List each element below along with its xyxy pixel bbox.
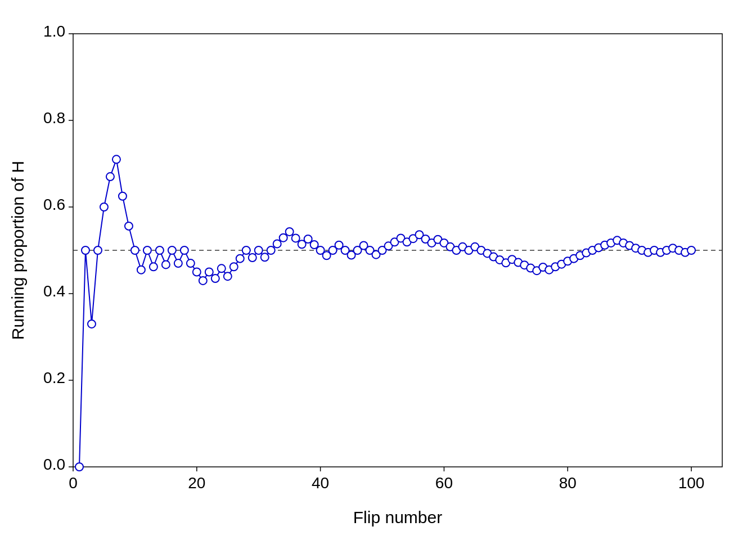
svg-point-38 <box>143 246 151 254</box>
svg-text:20: 20 <box>188 474 205 492</box>
svg-point-30 <box>94 246 102 254</box>
svg-point-51 <box>224 272 232 280</box>
svg-text:60: 60 <box>435 474 453 492</box>
svg-point-61 <box>286 228 294 236</box>
svg-point-43 <box>174 259 182 267</box>
svg-point-39 <box>150 263 158 271</box>
svg-text:0.2: 0.2 <box>43 369 65 386</box>
svg-point-33 <box>112 155 120 163</box>
svg-point-45 <box>187 259 195 267</box>
svg-point-57 <box>261 253 269 261</box>
svg-point-55 <box>249 254 256 262</box>
svg-text:80: 80 <box>559 474 577 492</box>
svg-point-50 <box>218 264 226 272</box>
svg-point-31 <box>100 203 108 211</box>
svg-point-58 <box>267 246 275 254</box>
svg-point-56 <box>255 246 263 254</box>
svg-point-48 <box>205 268 213 276</box>
svg-point-47 <box>199 277 207 285</box>
svg-text:0.4: 0.4 <box>43 282 65 300</box>
svg-text:0: 0 <box>69 474 78 492</box>
main-svg: 0.00.20.40.60.81.0020406080100Running pr… <box>0 0 756 540</box>
svg-point-32 <box>106 173 114 181</box>
svg-point-35 <box>125 222 133 230</box>
y-axis-label: Running proportion of H <box>8 161 27 340</box>
svg-point-40 <box>156 246 164 254</box>
svg-point-60 <box>280 234 287 242</box>
svg-point-62 <box>292 234 300 242</box>
chart-container: 0.00.20.40.60.81.0020406080100Running pr… <box>0 0 756 540</box>
svg-text:100: 100 <box>678 474 705 492</box>
svg-point-37 <box>137 266 145 274</box>
svg-point-59 <box>273 240 281 248</box>
svg-point-27 <box>75 463 83 471</box>
svg-point-36 <box>131 246 139 254</box>
svg-point-46 <box>193 268 201 276</box>
svg-point-29 <box>88 320 96 328</box>
svg-text:0.0: 0.0 <box>43 456 65 473</box>
svg-point-28 <box>82 246 89 254</box>
svg-text:40: 40 <box>312 474 329 492</box>
svg-point-49 <box>212 274 219 282</box>
svg-point-52 <box>230 263 238 271</box>
svg-point-44 <box>181 246 188 254</box>
svg-point-126 <box>687 246 695 254</box>
svg-text:0.8: 0.8 <box>43 109 65 127</box>
svg-point-41 <box>162 260 170 268</box>
svg-text:0.6: 0.6 <box>43 196 65 213</box>
x-axis-label: Flip number <box>353 508 442 526</box>
svg-point-42 <box>168 246 176 254</box>
svg-text:1.0: 1.0 <box>43 22 65 40</box>
svg-point-54 <box>242 246 250 254</box>
svg-point-53 <box>236 255 244 263</box>
svg-point-34 <box>119 192 127 200</box>
